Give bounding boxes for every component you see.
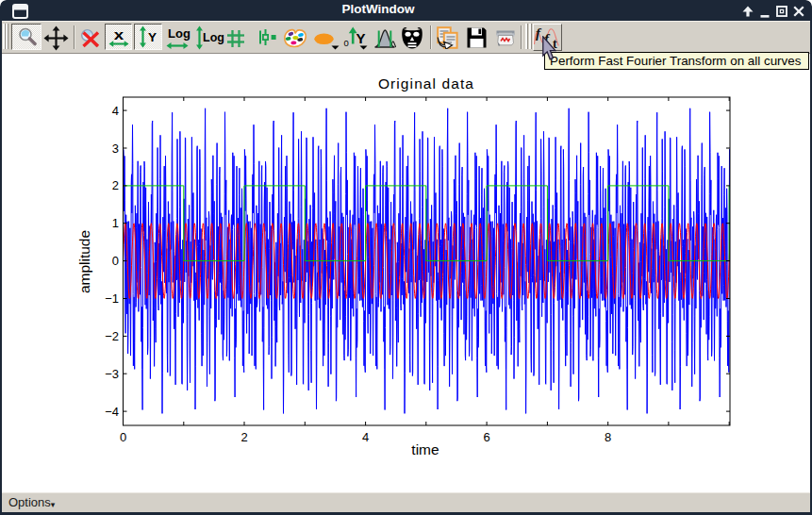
svg-text:Original data: Original data bbox=[378, 75, 474, 91]
svg-text:2: 2 bbox=[240, 430, 247, 444]
svg-text:4: 4 bbox=[112, 104, 119, 118]
svg-text:−2: −2 bbox=[105, 329, 119, 343]
svg-text:−4: −4 bbox=[105, 405, 119, 419]
svg-text:0: 0 bbox=[112, 254, 119, 268]
svg-text:Y: Y bbox=[356, 30, 366, 46]
svg-text:4: 4 bbox=[362, 430, 369, 444]
svg-text:1: 1 bbox=[112, 216, 119, 230]
svg-text:2: 2 bbox=[112, 178, 119, 192]
svg-text:−3: −3 bbox=[105, 367, 119, 381]
svg-text:0: 0 bbox=[344, 38, 349, 48]
svg-text:0: 0 bbox=[120, 430, 126, 444]
svg-text:3: 3 bbox=[112, 141, 119, 156]
svg-text:amplitude: amplitude bbox=[76, 230, 92, 293]
svg-text:−1: −1 bbox=[105, 291, 119, 306]
svg-text:8: 8 bbox=[605, 430, 611, 444]
svg-text:6: 6 bbox=[483, 430, 489, 444]
svg-text:time: time bbox=[411, 441, 439, 457]
svg-text:f: f bbox=[536, 25, 542, 41]
